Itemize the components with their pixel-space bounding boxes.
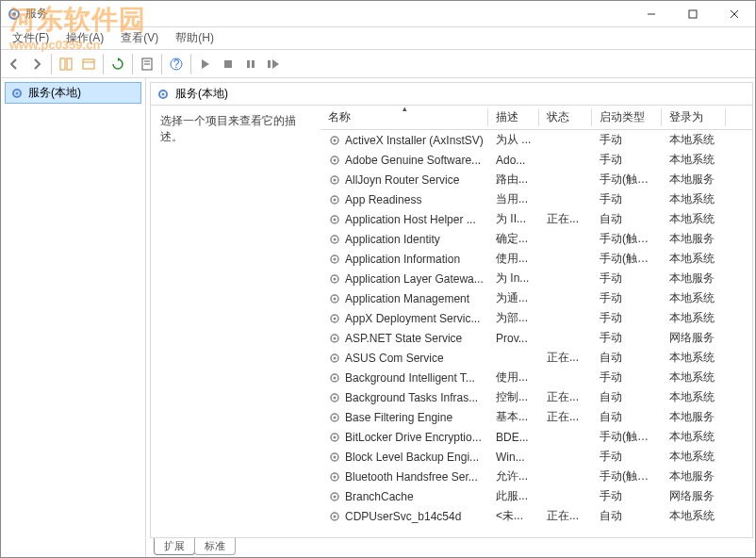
gear-icon (328, 134, 341, 147)
table-row[interactable]: Application Identity确定...手动(触发...本地服务 (320, 229, 752, 249)
start-service-button[interactable] (194, 53, 217, 75)
table-row[interactable]: AppX Deployment Servic...为部...手动本地系统 (320, 308, 752, 328)
service-logon: 本地系统 (662, 429, 726, 445)
gear-icon (328, 490, 341, 503)
service-name: BranchCache (345, 490, 414, 503)
refresh-button[interactable] (107, 53, 129, 75)
back-button[interactable] (3, 53, 25, 75)
service-desc: 基本... (488, 409, 539, 425)
table-row[interactable]: AllJoyn Router Service路由...手动(触发...本地服务 (320, 170, 752, 189)
table-row[interactable]: BranchCache此服...手动网络服务 (320, 486, 752, 506)
svg-point-38 (334, 277, 337, 280)
restart-service-button[interactable] (262, 53, 285, 75)
show-hide-tree-button[interactable] (55, 53, 77, 75)
table-row[interactable]: Base Filtering Engine基本...正在...自动本地服务 (320, 407, 752, 427)
table-row[interactable]: ASP.NET State ServiceProv...手动网络服务 (320, 328, 752, 348)
menu-help[interactable]: 帮助(H) (168, 28, 222, 48)
menu-view[interactable]: 查看(V) (113, 28, 166, 48)
svg-point-36 (334, 257, 337, 260)
gear-icon (328, 173, 341, 187)
service-startup: 手动(触发... (592, 231, 662, 247)
forward-button[interactable] (25, 53, 48, 75)
gear-icon (328, 431, 341, 444)
svg-point-56 (334, 455, 337, 458)
svg-rect-6 (60, 58, 65, 70)
tab-standard[interactable]: 标准 (194, 538, 236, 555)
service-desc: 为从 ... (488, 132, 539, 148)
table-row[interactable]: BitLocker Drive Encryptio...BDE...手动(触发.… (320, 427, 752, 447)
close-button[interactable] (714, 1, 755, 27)
table-row[interactable]: App Readiness当用...手动本地系统 (320, 189, 752, 209)
column-status[interactable]: 状态 (539, 106, 592, 129)
menu-file[interactable]: 文件(F) (5, 28, 57, 48)
service-name: Bluetooth Handsfree Ser... (345, 470, 478, 484)
service-logon: 本地系统 (662, 508, 726, 524)
service-startup: 自动 (592, 211, 662, 227)
help-button[interactable]: ? (165, 53, 188, 75)
gear-icon (156, 88, 170, 101)
service-desc: 路由... (488, 172, 539, 188)
table-row[interactable]: ActiveX Installer (AxInstSV)为从 ...手动本地系统 (320, 130, 752, 150)
svg-point-52 (334, 416, 337, 418)
service-status: 正在... (539, 350, 592, 366)
service-startup: 自动 (592, 389, 662, 405)
panel-title: 服务(本地) (175, 86, 228, 102)
gear-icon (9, 86, 25, 101)
menu-action[interactable]: 操作(A) (58, 28, 111, 48)
service-desc: 此服... (488, 488, 539, 504)
table-row[interactable]: Background Tasks Infras...控制...正在...自动本地… (320, 387, 752, 407)
export-list-button[interactable] (77, 53, 100, 75)
gear-icon (328, 233, 341, 246)
column-description[interactable]: 描述 (488, 106, 539, 129)
maximize-button[interactable] (672, 1, 714, 27)
nav-local-services[interactable]: 服务(本地) (5, 82, 141, 104)
column-startup[interactable]: 启动类型 (592, 106, 662, 129)
service-name: Application Identity (345, 233, 440, 246)
service-startup: 手动 (592, 310, 662, 326)
table-row[interactable]: Application Host Helper ...为 II...正在...自… (320, 209, 752, 229)
table-row[interactable]: Adobe Genuine Software...Ado...手动本地系统 (320, 150, 752, 170)
minimize-button[interactable] (631, 1, 672, 27)
table-row[interactable]: CDPUserSvc_b14c54d<未...正在...自动本地系统 (320, 506, 752, 526)
properties-button[interactable] (136, 53, 158, 75)
svg-point-60 (334, 495, 337, 498)
service-logon: 本地系统 (662, 350, 726, 366)
table-row[interactable]: Bluetooth Handsfree Ser...允许...手动(触发...本… (320, 467, 752, 486)
menubar: 文件(F) 操作(A) 查看(V) 帮助(H) (1, 27, 755, 50)
service-name: ASP.NET State Service (345, 332, 462, 345)
service-startup: 自动 (592, 508, 662, 524)
pause-service-button[interactable] (239, 53, 262, 75)
service-startup: 手动 (592, 152, 662, 168)
description-pane: 选择一个项目来查看它的描述。 (151, 106, 320, 537)
svg-rect-17 (252, 60, 255, 68)
svg-rect-18 (268, 60, 271, 68)
table-row[interactable]: ASUS Com Service正在...自动本地系统 (320, 348, 752, 368)
service-desc: 允许... (488, 468, 539, 484)
table-row[interactable]: Block Level Backup Engi...Win...手动本地系统 (320, 447, 752, 467)
column-logon[interactable]: 登录为 (662, 106, 726, 129)
svg-point-30 (334, 198, 337, 201)
svg-point-42 (334, 317, 337, 320)
svg-point-1 (12, 12, 16, 16)
service-name: Base Filtering Engine (345, 411, 452, 424)
svg-rect-8 (83, 59, 94, 69)
svg-point-34 (334, 238, 337, 240)
gear-icon (328, 352, 341, 365)
table-row[interactable]: Background Intelligent T...使用...手动本地系统 (320, 368, 752, 387)
tab-extended[interactable]: 扩展 (154, 538, 195, 555)
column-name[interactable]: 名称 ▴ (320, 106, 488, 129)
service-logon: 本地系统 (662, 132, 726, 148)
svg-point-54 (334, 435, 337, 438)
table-row[interactable]: Application Layer Gatewa...为 In...手动本地服务 (320, 269, 752, 288)
service-startup: 手动 (592, 271, 662, 287)
table-row[interactable]: Application Management为通...手动本地系统 (320, 288, 752, 308)
gear-icon (328, 411, 341, 424)
table-row[interactable]: Application Information使用...手动(触发...本地系统 (320, 249, 752, 269)
service-logon: 本地系统 (662, 290, 726, 306)
service-startup: 手动 (592, 449, 662, 465)
svg-rect-7 (67, 58, 72, 70)
gear-icon (328, 193, 341, 206)
stop-service-button[interactable] (217, 53, 239, 75)
service-name: AppX Deployment Servic... (345, 312, 480, 325)
service-name: Application Management (345, 292, 469, 305)
